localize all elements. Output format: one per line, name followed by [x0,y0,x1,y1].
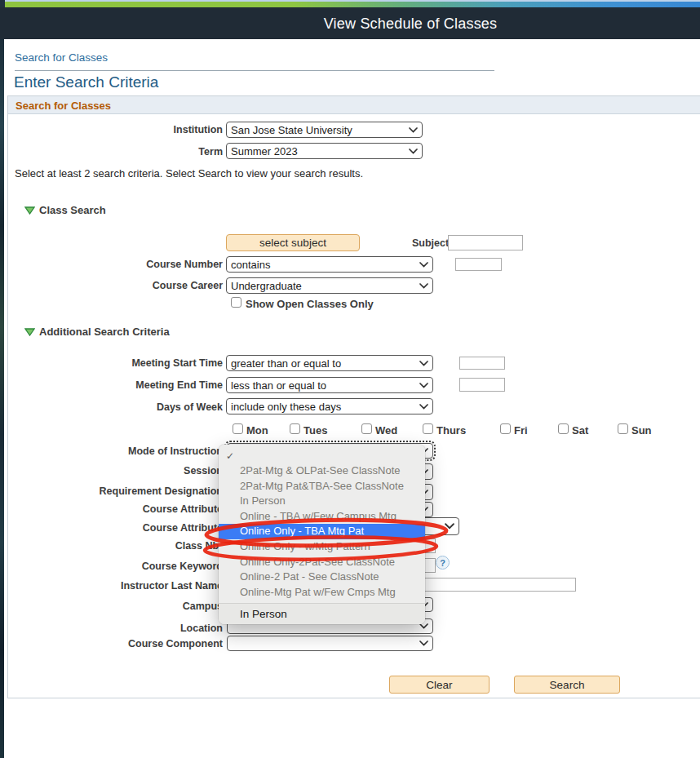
chevron-down-icon [419,262,428,268]
subject-label: Subject [412,237,449,249]
day-checkbox-wed[interactable] [361,423,372,434]
course-career-select[interactable]: Undergraduate [226,277,433,294]
class-nbr-label: Class Nbr [11,540,223,552]
chevron-down-icon [419,361,428,366]
meeting-start-time-label: Meeting Start Time [11,357,223,369]
mode-of-instruction-dropdown-popup: ✓ 2Pat-Mtg & OLPat-See ClassNote 2Pat-Mt… [219,445,425,624]
top-left-notch [0,0,5,7]
show-open-classes-label: Show Open Classes Only [246,298,374,310]
day-checkbox-thurs[interactable] [423,423,433,434]
day-checkbox-sat[interactable] [558,423,569,434]
course-attribute-value-label: Course Attribute [11,522,223,534]
clear-button[interactable]: Clear [389,676,490,694]
day-checkbox-mon[interactable] [233,423,243,434]
dropdown-item[interactable]: Online-Mtg Pat w/Few Cmps Mtg [219,585,425,601]
additional-criteria-group-header: Additional Search Criteria [24,326,170,338]
day-label-tues: Tues [303,424,327,437]
meeting-start-operator-select[interactable]: greater than or equal to [226,355,433,371]
meeting-end-operator-select[interactable]: less than or equal to [226,377,433,393]
mode-of-instruction-label: Mode of Instruction [11,445,223,457]
dropdown-item[interactable]: Online Only - w/Mtg Pattern [219,539,425,555]
course-number-label: Course Number [11,259,223,270]
term-select-value: Summer 2023 [231,145,405,157]
campus-label: Campus [11,601,223,612]
title-bar: View Schedule of Classes [0,7,700,39]
institution-select[interactable]: San Jose State University [226,122,423,138]
section-header-bar: Search for Classes [8,96,700,114]
collapse-triangle-icon[interactable] [24,206,35,215]
chevron-down-icon [419,383,428,388]
dropdown-item[interactable]: Online-2 Pat - See ClassNote [219,570,425,585]
institution-label: Institution [11,124,223,135]
course-component-select[interactable] [227,636,433,651]
brand-gradient-bar [0,2,700,7]
chevron-down-icon [419,623,428,629]
meeting-end-time-input[interactable] [459,378,505,392]
day-checkbox-sun[interactable] [618,423,628,434]
instructions-text: Select at least 2 search criteria. Selec… [15,167,363,180]
course-component-label: Course Component [11,638,223,649]
day-label-mon: Mon [246,424,268,437]
dropdown-footer-current-value[interactable]: In Person [219,603,425,624]
section-title: Search for Classes [16,100,111,112]
chevron-down-icon [419,404,428,410]
day-label-fri: Fri [514,424,528,437]
term-select[interactable]: Summer 2023 [226,143,423,159]
course-career-value: Undergraduate [231,280,416,292]
class-search-group-title: Class Search [39,204,106,216]
session-label: Session [11,465,223,477]
class-search-group-header: Class Search [24,204,106,216]
chevron-down-icon [419,641,428,646]
search-button[interactable]: Search [514,676,620,694]
breadcrumb-search-for-classes-link[interactable]: Search for Classes [15,51,108,64]
days-of-week-value: include only these days [231,401,416,413]
course-keyword-help-icon[interactable]: ? [436,556,450,570]
additional-criteria-group-title: Additional Search Criteria [39,326,170,338]
breadcrumb-divider [15,70,494,71]
course-number-operator-value: contains [231,259,416,271]
view-schedule-of-classes-screen: View Schedule of Classes Search for Clas… [0,0,700,758]
page-title: View Schedule of Classes [0,16,700,33]
dropdown-item[interactable]: 2Pat-Mtg & OLPat-See ClassNote [219,463,425,479]
course-career-label: Course Career [11,280,223,291]
show-open-classes-checkbox[interactable] [231,297,241,308]
location-label: Location [11,623,223,634]
day-label-sun: Sun [631,424,652,437]
background-window-sliver [0,39,4,758]
select-subject-button[interactable]: select subject [226,234,360,251]
day-checkbox-fri[interactable] [500,423,511,434]
meeting-start-time-input[interactable] [459,357,505,370]
day-label-thurs: Thurs [436,424,466,437]
chevron-down-icon [409,127,418,133]
days-of-week-select[interactable]: include only these days [226,398,433,414]
days-of-week-label: Days of Week [11,401,223,413]
dropdown-item[interactable]: Online - TBA w/Few Campus Mtg [219,509,425,525]
chevron-down-icon [445,523,454,530]
term-label: Term [11,146,223,157]
day-label-wed: Wed [375,424,397,437]
collapse-triangle-icon[interactable] [24,328,35,336]
institution-select-value: San Jose State University [231,124,405,136]
dropdown-item-highlighted[interactable]: Online Only - TBA Mtg Pat [219,524,425,539]
chevron-down-icon [409,148,418,154]
day-label-sat: Sat [572,424,588,437]
dropdown-item[interactable]: In Person [219,494,425,509]
meeting-end-operator-value: less than or equal to [231,379,416,392]
course-keyword-label: Course Keyword [11,561,223,572]
requirement-designation-label: Requirement Designation [11,485,223,497]
page-heading: Enter Search Criteria [14,73,158,91]
instructor-last-name-label: Instructor Last Name [11,580,223,592]
course-attribute-label: Course Attribute [11,503,223,515]
meeting-start-operator-value: greater than or equal to [231,357,416,370]
day-checkbox-tues[interactable] [290,423,300,434]
dropdown-item[interactable]: Online Only-2Pat-See ClassNote [219,555,425,570]
subject-input[interactable] [448,235,523,250]
course-number-input[interactable] [455,258,502,271]
dropdown-selected-checkmark-icon[interactable]: ✓ [219,450,425,463]
meeting-end-time-label: Meeting End Time [11,379,223,391]
dropdown-item[interactable]: 2Pat-Mtg Pat&TBA-See ClassNote [219,479,425,494]
chevron-down-icon [419,283,428,289]
course-number-operator-select[interactable]: contains [226,256,433,273]
